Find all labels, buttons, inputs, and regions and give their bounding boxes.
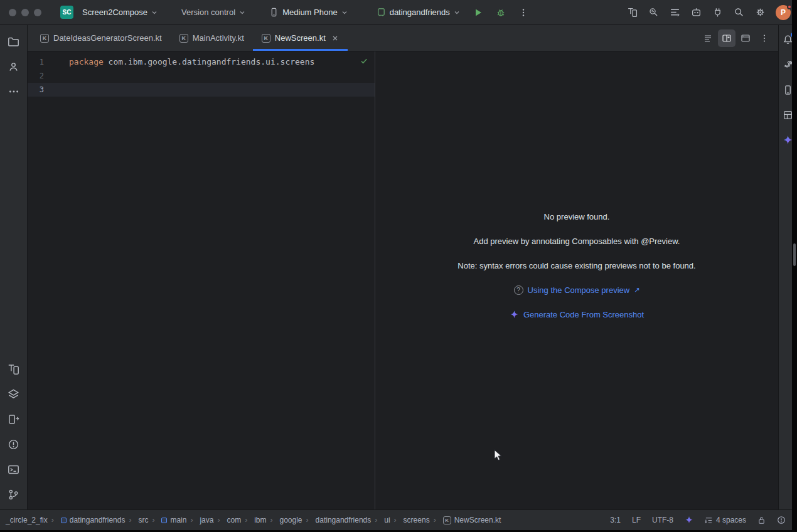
ai-assistant-icon[interactable] bbox=[687, 3, 705, 22]
project-selector[interactable]: Screen2Compose bbox=[77, 5, 163, 19]
device-explorer-tool-icon[interactable] bbox=[4, 409, 24, 429]
code-line[interactable]: 2 bbox=[28, 69, 375, 83]
breadcrumb-label: src bbox=[138, 516, 148, 524]
chevron-down-icon bbox=[151, 9, 158, 16]
run-toolbar: Medium Phone datingandfriends bbox=[264, 3, 533, 22]
tab-label: DateIdeasGeneratorScreen.kt bbox=[53, 33, 162, 43]
more-actions-button[interactable] bbox=[514, 3, 533, 22]
caret-position-widget[interactable]: 3:1 bbox=[610, 516, 621, 524]
running-devices-tool-icon[interactable] bbox=[4, 359, 24, 379]
code-line-caret[interactable]: 3 bbox=[28, 83, 375, 97]
status-bar: _circle_2_fix datingandfriends src main … bbox=[0, 509, 792, 530]
phone-device-icon bbox=[269, 8, 279, 17]
left-tool-stripe bbox=[0, 25, 28, 509]
version-control-tool-icon[interactable] bbox=[4, 484, 24, 504]
editor-body: 1 package com.ibm.google.datingandfriend… bbox=[28, 51, 778, 509]
breadcrumb-item[interactable]: com bbox=[215, 514, 243, 526]
ai-sparkle-icon[interactable] bbox=[685, 516, 693, 524]
terminal-tool-icon[interactable] bbox=[4, 459, 24, 479]
breadcrumb-item-file[interactable]: KNewScreen.kt bbox=[432, 514, 503, 526]
device-selector-label: Medium Phone bbox=[282, 8, 337, 17]
titlebar-left: SC Screen2Compose Version control bbox=[6, 5, 264, 19]
window-minimize-button[interactable] bbox=[21, 9, 29, 16]
profiler-icon[interactable] bbox=[644, 3, 663, 22]
code-line[interactable]: 1 package com.ibm.google.datingandfriend… bbox=[28, 55, 375, 69]
run-configuration-label: datingandfriends bbox=[390, 8, 450, 17]
inspections-widget-icon[interactable] bbox=[777, 516, 786, 524]
breadcrumb-label: _circle_2_fix bbox=[6, 516, 48, 524]
breadcrumb-item[interactable]: java bbox=[188, 514, 215, 526]
line-number[interactable]: 3 bbox=[28, 83, 44, 97]
tab-mainactivity[interactable]: K MainActivity.kt bbox=[171, 25, 253, 51]
line-separator-widget[interactable]: LF bbox=[632, 516, 641, 524]
editor-options-icon[interactable] bbox=[756, 29, 773, 47]
status-widgets: 3:1 LF UTF-8 4 spaces bbox=[610, 516, 786, 524]
debug-button[interactable] bbox=[491, 3, 510, 22]
breadcrumb-item[interactable]: datingandfriends bbox=[304, 514, 373, 526]
help-icon: ? bbox=[514, 285, 523, 295]
window-close-button[interactable] bbox=[9, 9, 16, 16]
line-number[interactable]: 2 bbox=[28, 69, 44, 83]
breadcrumb-label: java bbox=[200, 516, 213, 524]
code-view-icon[interactable] bbox=[699, 29, 717, 47]
breadcrumb-item[interactable]: src bbox=[127, 514, 150, 526]
code-editor[interactable]: 1 package com.ibm.google.datingandfriend… bbox=[28, 51, 375, 509]
compose-preview-docs-link[interactable]: ? Using the Compose preview ↗ bbox=[514, 285, 640, 295]
app-module-icon bbox=[377, 8, 386, 17]
breadcrumb-label: datingandfriends bbox=[316, 516, 372, 524]
generate-code-from-screenshot-link[interactable]: Generate Code From Screenshot bbox=[510, 310, 644, 319]
indent-widget[interactable]: 4 spaces bbox=[705, 516, 746, 524]
plugins-icon[interactable] bbox=[708, 3, 727, 22]
search-icon[interactable] bbox=[729, 3, 748, 22]
breadcrumb-item[interactable]: screens bbox=[392, 514, 432, 526]
preview-hint: Add preview by annotating Composables wi… bbox=[474, 237, 680, 246]
kotlin-file-icon: K bbox=[40, 34, 49, 43]
titlebar-right: P bbox=[533, 3, 791, 22]
inspections-ok-icon[interactable] bbox=[360, 56, 368, 65]
chevron-down-icon bbox=[239, 9, 245, 16]
breadcrumb-item[interactable]: ui bbox=[373, 514, 392, 526]
breadcrumb-item[interactable]: datingandfriends bbox=[50, 514, 127, 526]
more-tool-windows-icon[interactable] bbox=[4, 82, 24, 102]
window-zoom-button[interactable] bbox=[34, 9, 41, 16]
edge-scrollbar-thumb[interactable] bbox=[793, 243, 796, 266]
run-button[interactable] bbox=[469, 3, 488, 22]
split-view-icon[interactable] bbox=[718, 29, 735, 47]
tab-newscreen[interactable]: K NewScreen.kt bbox=[253, 25, 348, 51]
project-tool-icon[interactable] bbox=[4, 31, 24, 51]
line-number[interactable]: 1 bbox=[28, 55, 44, 69]
screen-right-edge bbox=[792, 0, 797, 532]
device-selector[interactable]: Medium Phone bbox=[264, 5, 352, 19]
readonly-lock-icon[interactable] bbox=[757, 516, 766, 524]
close-tab-icon[interactable] bbox=[331, 35, 339, 42]
code-text: package com.ibm.google.datingandfriends.… bbox=[44, 55, 314, 69]
logcat-icon[interactable] bbox=[665, 3, 684, 22]
breadcrumb: _circle_2_fix datingandfriends src main … bbox=[4, 514, 601, 526]
editor-pane: K DateIdeasGeneratorScreen.kt K MainActi… bbox=[28, 25, 778, 509]
kotlin-file-icon: K bbox=[262, 34, 270, 43]
build-variants-tool-icon[interactable] bbox=[4, 384, 24, 404]
user-avatar[interactable]: P bbox=[776, 5, 791, 20]
breadcrumb-label: screens bbox=[404, 516, 430, 524]
breadcrumb-item[interactable]: _circle_2_fix bbox=[4, 514, 50, 526]
commit-tool-icon[interactable] bbox=[4, 56, 24, 77]
breadcrumb-item[interactable]: ibm bbox=[243, 514, 268, 526]
breadcrumb-item[interactable]: main bbox=[150, 514, 188, 526]
preview-note: Note: syntax errors could cause existing… bbox=[457, 261, 695, 270]
running-devices-icon[interactable] bbox=[623, 3, 641, 22]
indent-icon bbox=[705, 516, 713, 524]
encoding-widget[interactable]: UTF-8 bbox=[652, 516, 673, 524]
version-control-menu[interactable]: Version control bbox=[176, 5, 250, 19]
problems-tool-icon[interactable] bbox=[4, 434, 24, 454]
settings-icon[interactable] bbox=[751, 3, 769, 22]
run-configuration-selector[interactable]: datingandfriends bbox=[372, 5, 465, 19]
package-path: com.ibm.google.datingandfriends.ui.scree… bbox=[104, 57, 315, 66]
chevron-down-icon bbox=[341, 9, 348, 16]
breadcrumb-item[interactable]: google bbox=[268, 514, 304, 526]
project-name: Screen2Compose bbox=[82, 8, 147, 17]
breadcrumb-label: com bbox=[227, 516, 241, 524]
breadcrumb-label: google bbox=[279, 516, 302, 524]
design-view-icon[interactable] bbox=[737, 29, 754, 47]
tab-dateideasgeneratorscreen[interactable]: K DateIdeasGeneratorScreen.kt bbox=[31, 25, 171, 51]
indent-label: 4 spaces bbox=[716, 516, 746, 524]
